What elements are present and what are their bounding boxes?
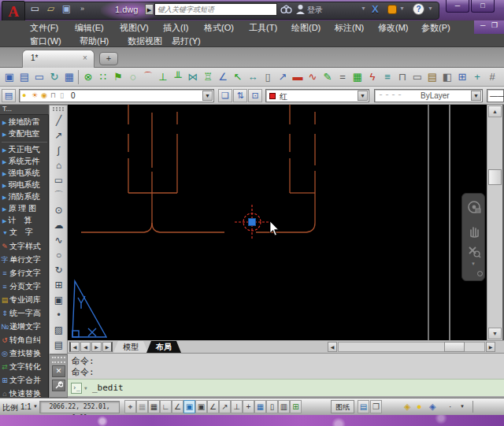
color-dropdown[interactable]: 红 ▼ bbox=[265, 89, 369, 102]
minimize-button[interactable]: ─ bbox=[446, 0, 469, 13]
otrack-toggle[interactable]: ↗ bbox=[219, 400, 231, 413]
rectangle-icon[interactable]: ▭ bbox=[410, 70, 424, 84]
menu-parametric[interactable]: 参数(P) bbox=[418, 21, 454, 35]
hatch-icon[interactable]: ▨ bbox=[51, 323, 66, 337]
osnap-toggle-active[interactable]: ▣ bbox=[183, 400, 195, 413]
first-tab-icon[interactable]: ◀ bbox=[69, 342, 80, 352]
layer-dropdown[interactable]: ● ☀ ◉ ⊓ ▯ 0 ▼ bbox=[19, 89, 214, 102]
menu-view[interactable]: 视图(V) bbox=[117, 21, 152, 35]
search-input[interactable] bbox=[154, 3, 277, 16]
help-icon[interactable]: ? bbox=[413, 3, 424, 15]
app-logo[interactable]: A bbox=[2, 1, 25, 22]
brush-icon[interactable]: ▬ bbox=[291, 70, 305, 84]
palette-group-calc[interactable]: ▶计 算 bbox=[0, 215, 49, 227]
palette-group-tianzheng[interactable]: ▶天正电气 bbox=[0, 144, 49, 156]
menu-dimension[interactable]: 标注(N) bbox=[332, 21, 367, 35]
expand-arrow-icon[interactable]: ▶ bbox=[0, 194, 8, 200]
status-menu-dot-icon[interactable]: · bbox=[449, 402, 451, 411]
document-tab-close-icon[interactable]: × bbox=[83, 54, 87, 62]
prev-tab-icon[interactable]: ◀ bbox=[80, 342, 91, 352]
gradient-hatch-icon[interactable]: ▤ bbox=[51, 338, 66, 352]
menu-modify[interactable]: 修改(M) bbox=[375, 21, 412, 35]
circle-tool-icon[interactable]: ⊙ bbox=[51, 203, 66, 217]
palette-item-find-replace[interactable]: ◎查找替换 bbox=[0, 348, 49, 361]
palette-group-weak-power[interactable]: ▶弱电系统 bbox=[0, 180, 49, 191]
menu-insert[interactable]: 插入(I) bbox=[160, 21, 191, 35]
expand-arrow-icon[interactable]: ▶ bbox=[0, 171, 8, 176]
copy-icon[interactable]: ▭ bbox=[32, 70, 46, 84]
offset-icon[interactable]: ⊞ bbox=[51, 278, 66, 292]
vertical-scrollbar[interactable]: ▲ ▼ bbox=[487, 105, 502, 340]
hscroll-left-icon[interactable]: ◀ bbox=[328, 342, 337, 352]
layer-previous-button[interactable]: ❏ bbox=[218, 89, 232, 102]
qat-more-icon[interactable]: » bbox=[76, 2, 89, 16]
point-circle-icon[interactable]: ◌ bbox=[126, 70, 140, 84]
menu-file[interactable]: 文件(F) bbox=[27, 21, 61, 35]
polar-toggle[interactable]: ∠ bbox=[172, 400, 183, 413]
lightning-icon[interactable]: ϟ bbox=[365, 70, 380, 84]
selection-cycling-toggle[interactable]: ⊞ bbox=[290, 400, 302, 413]
save-icon[interactable]: ▣ bbox=[60, 2, 73, 16]
palette-item-paged-text[interactable]: ≡分页文字 bbox=[0, 281, 49, 294]
document-tab[interactable]: 1* × bbox=[22, 50, 94, 68]
exchange-x-icon[interactable]: X bbox=[372, 3, 379, 15]
palette-group-fire[interactable]: ▶消防系统 bbox=[0, 191, 49, 203]
palette-group-components[interactable]: ▶系统元件 bbox=[0, 156, 49, 168]
window-copy-icon[interactable]: ◧ bbox=[440, 70, 454, 84]
scroll-down-icon[interactable]: ▼ bbox=[488, 328, 502, 339]
rectangle-tool-icon[interactable]: ▭ bbox=[51, 173, 66, 187]
signin-link[interactable]: 登录 bbox=[307, 5, 323, 16]
dyn-input-toggle[interactable]: + bbox=[243, 400, 254, 413]
selection-box-icon[interactable]: ▯ bbox=[261, 70, 275, 84]
lock-dropdown-icon[interactable]: ▼ bbox=[399, 6, 405, 11]
layer-freeze-sun-icon[interactable]: ☀ bbox=[32, 91, 38, 99]
horizontal-scroll-thumb[interactable] bbox=[444, 342, 465, 352]
menu-draw[interactable]: 绘图(D) bbox=[288, 21, 324, 35]
spline-icon[interactable]: ∿ bbox=[51, 233, 66, 247]
tab-model[interactable]: 模型 bbox=[113, 341, 148, 353]
ellipse-icon[interactable]: ○ bbox=[51, 248, 66, 262]
palette-item-increment-text[interactable]: №递增文字 bbox=[0, 321, 49, 335]
rotate-icon[interactable]: ↻ bbox=[51, 263, 66, 277]
expand-arrow-icon[interactable]: ▶ bbox=[0, 147, 8, 153]
palette-item-dictionary[interactable]: ▤专业词库 bbox=[0, 294, 49, 308]
title-play-button[interactable]: ▶ bbox=[145, 4, 154, 15]
palette-item-text-convert[interactable]: ⇄文字转化 bbox=[0, 361, 49, 375]
expand-arrow-icon[interactable]: ▶ bbox=[0, 206, 8, 212]
command-options-arrow-icon[interactable]: ▼ bbox=[84, 385, 87, 391]
annotation-scale-icon[interactable]: ◈ bbox=[429, 402, 435, 412]
vertical-scroll-thumb[interactable] bbox=[488, 169, 502, 185]
layer-on-bulb-icon[interactable]: ● bbox=[22, 91, 26, 99]
help-dropdown-icon[interactable]: ▼ bbox=[428, 6, 433, 11]
menu-dataview[interactable]: 数据视图 bbox=[124, 35, 165, 48]
wave-icon[interactable]: ∿ bbox=[306, 70, 320, 84]
tab-layout[interactable]: 布局 bbox=[146, 341, 181, 353]
doc-minimize-icon[interactable]: ─ bbox=[480, 21, 485, 29]
navbar-more-icon[interactable]: ▼ bbox=[471, 261, 476, 266]
new-file-icon[interactable]: ▭ bbox=[28, 2, 42, 16]
arc-icon[interactable]: ⌒ bbox=[141, 70, 155, 84]
annotation-doc-icon[interactable]: ▤ bbox=[358, 400, 369, 413]
expand-arrow-icon[interactable]: ▶ bbox=[0, 159, 8, 165]
window-icon[interactable]: ▣ bbox=[2, 70, 17, 84]
search-binoculars-icon[interactable] bbox=[280, 4, 292, 17]
linetype-dropdown[interactable]: －－－－ ByLayer ▼ bbox=[374, 89, 483, 102]
next-tab-icon[interactable]: ▶ bbox=[91, 342, 102, 352]
flag-icon[interactable]: ⚑ bbox=[111, 70, 125, 84]
status-menu-arrow-icon[interactable]: ▼ bbox=[460, 404, 465, 409]
construction-line-icon[interactable]: ↗ bbox=[51, 128, 66, 143]
line-tool-icon[interactable]: ╱ bbox=[51, 113, 66, 128]
lineweight-dropdown[interactable]: —— bbox=[487, 89, 504, 102]
bracket-icon[interactable]: ⊓ bbox=[395, 70, 410, 84]
grid-display-toggle[interactable]: ▦ bbox=[148, 400, 160, 413]
palette-item-unify-height[interactable]: ⇕统一字高 bbox=[0, 308, 49, 321]
menu-tools[interactable]: 工具(T) bbox=[246, 21, 280, 35]
sheet-icon[interactable]: ▤ bbox=[425, 70, 439, 84]
palette-item-mtext[interactable]: ≡多行文字 bbox=[0, 268, 49, 281]
layer-states-button[interactable]: ⇅ bbox=[233, 89, 247, 102]
arc-tool-icon[interactable]: ⌒ bbox=[51, 188, 66, 202]
menu-format[interactable]: 格式(O) bbox=[201, 21, 237, 35]
new-tab-button[interactable]: + bbox=[99, 52, 118, 65]
scale-dropdown-icon[interactable]: ▼ bbox=[33, 404, 38, 409]
navbar-settings-icon[interactable] bbox=[477, 271, 483, 276]
